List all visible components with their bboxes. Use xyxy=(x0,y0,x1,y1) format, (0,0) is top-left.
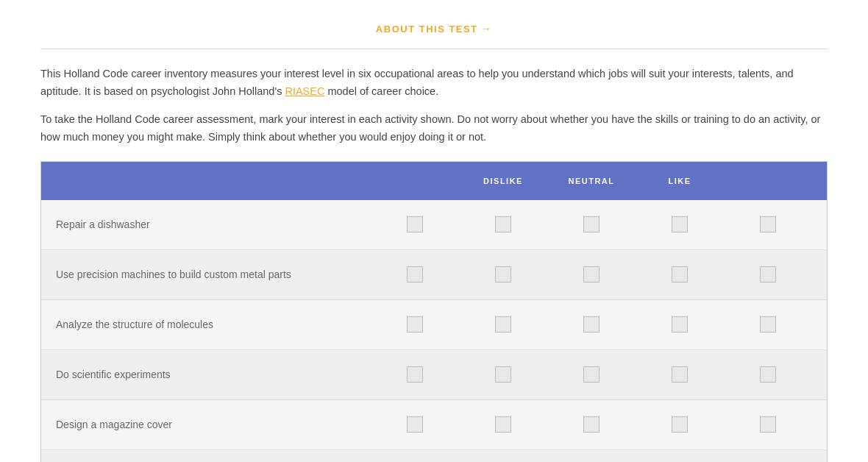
checkbox-cell xyxy=(371,266,459,282)
checkbox-neutral-5[interactable] xyxy=(583,416,600,433)
checkbox-2d[interactable] xyxy=(495,366,511,383)
checkbox-dislike-1[interactable] xyxy=(407,216,423,232)
checkbox-cell xyxy=(371,216,459,232)
checkbox-cell xyxy=(724,266,812,282)
checkbox-cell xyxy=(724,416,812,433)
about-link[interactable]: ABOUT THIS TEST→ xyxy=(376,24,492,35)
checkbox-cell xyxy=(636,316,724,333)
table-row: Analyze the structure of molecules xyxy=(41,300,827,350)
checkbox-cell xyxy=(371,316,459,333)
table-row: Use precision machines to build custom m… xyxy=(41,250,827,300)
checkbox-cell xyxy=(459,366,547,383)
activity-label: Analyze the structure of molecules xyxy=(56,305,371,344)
checkbox-4b[interactable] xyxy=(672,266,688,282)
checkbox-cell xyxy=(636,366,724,383)
checkbox-neutral-1[interactable] xyxy=(583,216,600,232)
checkbox-cell xyxy=(547,416,636,433)
checkbox-cell xyxy=(459,216,547,232)
checkbox-cell xyxy=(371,416,459,433)
checkbox-cell xyxy=(724,366,812,383)
about-link-text: ABOUT THIS TEST xyxy=(376,24,478,35)
checkbox-cell xyxy=(547,216,636,232)
checkbox-like-4[interactable] xyxy=(760,366,776,383)
checkbox-dislike-5[interactable] xyxy=(407,416,423,433)
intro-paragraph-1: This Holland Code career inventory measu… xyxy=(40,65,828,101)
checkbox-cell xyxy=(459,416,547,433)
checkbox-cell xyxy=(547,266,636,282)
checkbox-cell xyxy=(547,366,636,383)
checkbox-like-5[interactable] xyxy=(760,416,776,433)
table-row: Repair a dishwasher xyxy=(41,200,827,250)
checkbox-cell xyxy=(724,216,812,232)
checkbox-like-1[interactable] xyxy=(760,216,776,232)
activity-label: Design a magazine cover xyxy=(56,405,371,444)
checkbox-neutral-2[interactable] xyxy=(583,266,600,282)
checkbox-4e[interactable] xyxy=(672,416,688,433)
checkbox-cell xyxy=(459,266,547,282)
table-row: Do scientific experiments xyxy=(41,350,827,400)
checkbox-dislike-3[interactable] xyxy=(407,316,423,333)
activity-label: Use precision machines to build custom m… xyxy=(56,255,371,294)
arrow-icon: → xyxy=(481,23,493,35)
checkbox-2b[interactable] xyxy=(495,266,511,282)
checkbox-like-2[interactable] xyxy=(760,266,776,282)
checkbox-neutral-3[interactable] xyxy=(583,316,600,333)
checkbox-cell xyxy=(636,216,724,232)
checkbox-2c[interactable] xyxy=(495,316,511,333)
checkbox-cell xyxy=(636,416,724,433)
checkbox-dislike-2[interactable] xyxy=(407,266,423,282)
header-dislike: DISLIKE xyxy=(459,177,547,185)
table-row: Paint a portrait xyxy=(41,450,827,462)
intro-paragraph-2: To take the Holland Code career assessme… xyxy=(40,111,828,146)
checkbox-cell xyxy=(724,316,812,333)
checkbox-like-3[interactable] xyxy=(760,316,776,333)
checkbox-neutral-4[interactable] xyxy=(583,366,600,383)
checkbox-4[interactable] xyxy=(672,216,688,232)
header-neutral: NEUTRAL xyxy=(547,177,636,185)
activity-label: Do scientific experiments xyxy=(56,355,371,394)
checkbox-cell xyxy=(636,266,724,282)
activity-label: Repair a dishwasher xyxy=(56,205,371,244)
checkbox-cell xyxy=(547,316,636,333)
checkbox-cell xyxy=(371,366,459,383)
checkbox-4c[interactable] xyxy=(672,316,688,333)
intro-text-after-riasec: model of career choice. xyxy=(324,85,438,97)
assessment-table: DISLIKE NEUTRAL LIKE Repair a dishwasher… xyxy=(40,161,828,462)
table-row: Design a magazine cover xyxy=(41,400,827,450)
about-header: ABOUT THIS TEST→ xyxy=(40,15,828,49)
checkbox-cell xyxy=(459,316,547,333)
header-like: LIKE xyxy=(636,177,724,185)
activity-label: Paint a portrait xyxy=(56,456,371,462)
checkbox-dislike-4[interactable] xyxy=(407,366,423,383)
riasec-link[interactable]: RIASEC xyxy=(285,85,324,97)
checkbox-4d[interactable] xyxy=(672,366,688,383)
checkbox-2[interactable] xyxy=(495,216,511,232)
checkbox-2e[interactable] xyxy=(495,416,511,433)
table-header-row: DISLIKE NEUTRAL LIKE xyxy=(41,162,827,200)
